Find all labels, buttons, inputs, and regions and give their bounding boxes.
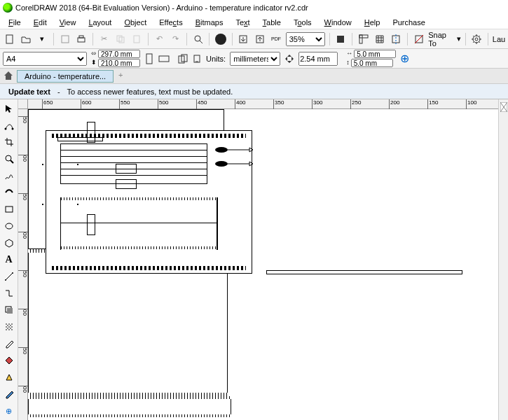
polygon-tool[interactable] bbox=[1, 235, 17, 251]
drawing-panel-1[interactable] bbox=[46, 130, 252, 274]
redo-button[interactable]: ↷ bbox=[169, 32, 182, 46]
menu-bitmaps[interactable]: Bitmaps bbox=[190, 17, 229, 28]
chevron-down-icon: ▾ bbox=[457, 34, 461, 43]
menu-help[interactable]: Help bbox=[359, 17, 386, 28]
transparency-tool[interactable] bbox=[1, 319, 17, 335]
rect-shape[interactable] bbox=[116, 164, 137, 174]
vertical-ruler[interactable]: 50 00 50 00 50 00 50 00 bbox=[18, 109, 28, 420]
snap-off-button[interactable] bbox=[412, 32, 425, 46]
ruler-origin[interactable] bbox=[18, 99, 28, 109]
canvas-area[interactable]: 650 600 550 500 450 400 350 300 250 200 … bbox=[18, 99, 498, 420]
outline-pen-tool[interactable] bbox=[1, 386, 17, 402]
cut-button[interactable]: ✂ bbox=[97, 32, 111, 46]
menu-purchase[interactable]: Purchase bbox=[387, 17, 430, 28]
zoom-tool[interactable] bbox=[1, 151, 17, 167]
pick-tool[interactable] bbox=[1, 101, 17, 116]
add-preset-button[interactable]: ⊕ bbox=[400, 52, 409, 65]
separator bbox=[53, 33, 54, 46]
menu-window[interactable]: Window bbox=[319, 17, 357, 28]
document-tab[interactable]: Arduino - temperature... bbox=[17, 70, 114, 83]
paper-size-select[interactable]: A4 bbox=[3, 52, 87, 66]
shape-tool[interactable] bbox=[1, 118, 17, 133]
toothed-box[interactable] bbox=[60, 197, 218, 250]
hint-bar: Update text - To access newer features, … bbox=[0, 84, 508, 99]
menu-file[interactable]: File bbox=[3, 17, 27, 28]
copy-button[interactable] bbox=[114, 32, 127, 46]
probe-shape-2[interactable] bbox=[214, 160, 253, 167]
grid-button[interactable] bbox=[373, 32, 386, 46]
main-area: A ⊕ 650 600 550 500 450 400 350 300 250 … bbox=[0, 99, 508, 420]
artistic-media-tool[interactable] bbox=[1, 185, 17, 200]
menu-table[interactable]: Table bbox=[257, 17, 287, 28]
publish-pdf-button[interactable]: PDF bbox=[269, 32, 282, 46]
save-button[interactable] bbox=[58, 32, 71, 46]
fullscreen-button[interactable] bbox=[334, 32, 348, 46]
home-tab[interactable] bbox=[3, 70, 15, 83]
snap-to-dropdown[interactable]: Snap To ▾ bbox=[428, 31, 460, 48]
paste-button[interactable] bbox=[130, 32, 143, 46]
landscape-button[interactable] bbox=[158, 54, 170, 64]
smart-fill-tool[interactable] bbox=[1, 370, 17, 385]
menu-effects[interactable]: Effects bbox=[153, 17, 188, 28]
rulers-button[interactable] bbox=[357, 32, 370, 46]
color-eyedropper-tool[interactable] bbox=[1, 336, 17, 351]
guidelines-button[interactable] bbox=[390, 32, 403, 46]
portrait-button[interactable] bbox=[144, 53, 154, 64]
open-button[interactable] bbox=[19, 32, 32, 46]
horizontal-ruler[interactable]: 650 600 550 500 450 400 350 300 250 200 … bbox=[28, 99, 498, 109]
page-width-input[interactable] bbox=[98, 50, 140, 58]
text-tool[interactable]: A bbox=[1, 252, 17, 267]
expand-toolbox[interactable]: ⊕ bbox=[1, 403, 17, 419]
ellipse-tool[interactable] bbox=[1, 218, 17, 234]
rect-shape[interactable] bbox=[116, 179, 137, 189]
rect-shape[interactable] bbox=[87, 214, 95, 235]
ruler-tick: 00 bbox=[18, 309, 28, 316]
crop-tool[interactable] bbox=[1, 134, 17, 150]
menu-layout[interactable]: Layout bbox=[83, 17, 117, 28]
search-button[interactable] bbox=[191, 32, 205, 46]
units-select[interactable]: millimeters bbox=[230, 52, 280, 66]
menu-object[interactable]: Object bbox=[118, 17, 152, 28]
separator bbox=[92, 33, 93, 46]
drop-shadow-tool[interactable] bbox=[1, 302, 17, 318]
menu-text[interactable]: Text bbox=[230, 17, 255, 28]
drawing-panel-4[interactable] bbox=[28, 396, 231, 420]
zoom-level-select[interactable]: 35% bbox=[286, 32, 325, 46]
connector-tool[interactable] bbox=[1, 286, 17, 301]
new-tab-button[interactable]: + bbox=[115, 71, 126, 82]
undo-button[interactable]: ↶ bbox=[153, 32, 166, 46]
svg-rect-1 bbox=[62, 36, 69, 43]
toothed-sheet[interactable] bbox=[28, 396, 231, 417]
interactive-fill-tool[interactable] bbox=[1, 353, 17, 368]
slot-shape[interactable] bbox=[57, 137, 103, 141]
thin-bar-shape[interactable] bbox=[266, 270, 462, 274]
duplicate-y-input[interactable] bbox=[351, 59, 393, 67]
no-fill-swatch[interactable] bbox=[500, 102, 507, 113]
new-button[interactable] bbox=[3, 32, 16, 46]
rectangle-tool[interactable] bbox=[1, 202, 17, 217]
menu-tools[interactable]: Tools bbox=[288, 17, 317, 28]
separator bbox=[232, 33, 233, 46]
all-pages-button[interactable] bbox=[178, 54, 188, 64]
drawing-canvas[interactable] bbox=[28, 109, 498, 420]
hole-mark bbox=[77, 204, 78, 205]
export-button[interactable] bbox=[253, 32, 266, 46]
artistic-media-button[interactable] bbox=[214, 32, 227, 46]
probe-shape-1[interactable] bbox=[214, 146, 253, 153]
print-button[interactable] bbox=[74, 32, 88, 46]
menu-edit[interactable]: Edit bbox=[28, 17, 53, 28]
svg-line-29 bbox=[11, 160, 13, 163]
menu-view[interactable]: View bbox=[54, 17, 82, 28]
open-dropdown[interactable]: ▾ bbox=[36, 32, 49, 46]
nudge-distance-input[interactable] bbox=[298, 52, 338, 66]
svg-rect-14 bbox=[392, 36, 399, 43]
options-button[interactable] bbox=[470, 32, 483, 46]
launch-label[interactable]: Lau bbox=[493, 35, 505, 43]
import-button[interactable] bbox=[237, 32, 250, 46]
svg-rect-21 bbox=[159, 56, 169, 62]
freehand-tool[interactable] bbox=[1, 168, 17, 183]
current-page-button[interactable] bbox=[192, 54, 202, 64]
parallel-dimension-tool[interactable] bbox=[1, 269, 17, 284]
page-height-input[interactable] bbox=[98, 59, 140, 67]
duplicate-x-input[interactable] bbox=[354, 50, 396, 58]
